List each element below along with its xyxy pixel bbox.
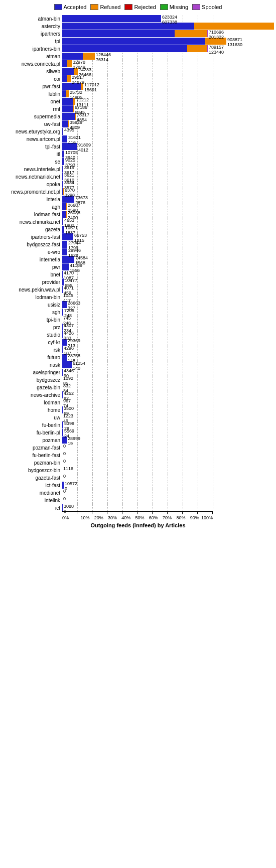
grid-line — [107, 421, 108, 428]
grid-line — [137, 286, 138, 293]
table-row: rmf671866845 — [2, 105, 274, 112]
grid-line — [153, 324, 153, 331]
grid-line — [168, 211, 168, 218]
grid-line — [92, 188, 93, 195]
table-row: news.eturystyka.org4395 — [2, 128, 274, 135]
grid-line — [122, 218, 123, 225]
grid-line — [198, 286, 198, 293]
bar-segment-accepted — [62, 68, 74, 75]
grid-line — [92, 399, 93, 406]
grid-line — [168, 60, 168, 67]
grid-line — [168, 173, 168, 180]
grid-line — [137, 489, 138, 496]
grid-line — [107, 497, 108, 504]
table-row: nask61254140 — [2, 361, 274, 368]
grid-line — [168, 128, 168, 135]
row-label: bydgoszcz — [2, 377, 62, 383]
grid-line — [107, 414, 108, 421]
grid-line — [137, 128, 138, 135]
grid-line — [183, 181, 183, 188]
grid-line — [107, 233, 108, 240]
grid-line — [92, 241, 93, 248]
grid-line — [153, 309, 153, 316]
grid-line — [198, 346, 198, 353]
bar-track: 29369213 — [62, 339, 274, 346]
grid-line — [213, 452, 213, 459]
table-row: news.promontel.net.pl63703298 — [2, 188, 274, 195]
grid-line — [213, 444, 213, 451]
grid-line — [198, 294, 198, 301]
grid-line — [198, 226, 198, 233]
grid-line — [122, 452, 123, 459]
grid-line — [198, 414, 198, 421]
grid-line — [213, 263, 213, 270]
grid-line — [183, 354, 183, 361]
grid-line — [77, 399, 78, 406]
bar-track: 28758148 — [62, 354, 274, 361]
grid-line — [153, 286, 153, 293]
grid-line — [122, 489, 123, 496]
grid-line — [213, 331, 213, 338]
bar-segment-spooled — [207, 30, 208, 37]
grid-line — [198, 241, 198, 248]
grid-line — [77, 324, 78, 331]
grid-line — [92, 324, 93, 331]
grid-line — [183, 339, 183, 346]
bar-track: 107053940 — [62, 151, 274, 158]
grid-line — [77, 391, 78, 398]
grid-line — [198, 301, 198, 308]
grid-line — [183, 143, 183, 150]
grid-line — [153, 399, 153, 406]
grid-line — [153, 497, 153, 504]
grid-line — [137, 181, 138, 188]
grid-line — [168, 233, 168, 240]
grid-line — [153, 489, 153, 496]
grid-line — [168, 354, 168, 361]
bar-numbers: 789157123440 — [209, 45, 224, 55]
grid-line — [107, 361, 108, 368]
grid-line — [137, 504, 138, 511]
grid-line — [183, 361, 183, 368]
bar-track: 299461628 — [62, 248, 274, 255]
grid-line — [168, 271, 168, 278]
row-label: tpi — [2, 39, 62, 44]
bar-track: 2899919 — [62, 437, 274, 444]
grid-line — [183, 53, 183, 60]
row-label: gazeta-bin — [2, 385, 62, 390]
grid-line — [168, 278, 168, 285]
grid-line — [168, 181, 168, 188]
bar-segment-accepted — [62, 286, 63, 293]
table-row: intelink0 — [2, 497, 274, 504]
bar-track: 36193617 — [62, 166, 274, 173]
grid-line — [183, 278, 183, 285]
row-label: astercity — [2, 24, 62, 29]
grid-line — [122, 211, 123, 218]
grid-line — [168, 399, 168, 406]
grid-line — [137, 331, 138, 338]
grid-line — [213, 128, 213, 135]
bar-segment-accepted — [62, 38, 205, 45]
grid-line — [77, 489, 78, 496]
grid-line — [137, 467, 138, 474]
grid-line — [107, 384, 108, 391]
table-row: tpi-bin745248 — [2, 316, 274, 323]
grid-line — [122, 83, 123, 90]
grid-line — [153, 482, 153, 489]
grid-line — [198, 211, 198, 218]
grid-line — [168, 241, 168, 248]
grid-line — [153, 256, 153, 263]
bar-track: 7423326466 — [62, 68, 274, 75]
grid-line — [198, 105, 198, 112]
bar-track: 0 — [62, 497, 274, 504]
bar-segment-refused — [63, 173, 63, 180]
table-row: fu-berlin-pl556924 — [2, 429, 274, 436]
grid-line — [122, 113, 123, 120]
row-label: intelink — [2, 498, 62, 503]
grid-line — [213, 135, 213, 142]
grid-line — [92, 354, 93, 361]
grid-line — [168, 256, 168, 263]
bar-track: 0 — [62, 474, 274, 481]
row-label: news.eturystyka.org — [2, 129, 62, 134]
chart-title: Outgoing feeds (innfeed) by Articles — [2, 522, 274, 528]
grid-line — [153, 459, 153, 466]
